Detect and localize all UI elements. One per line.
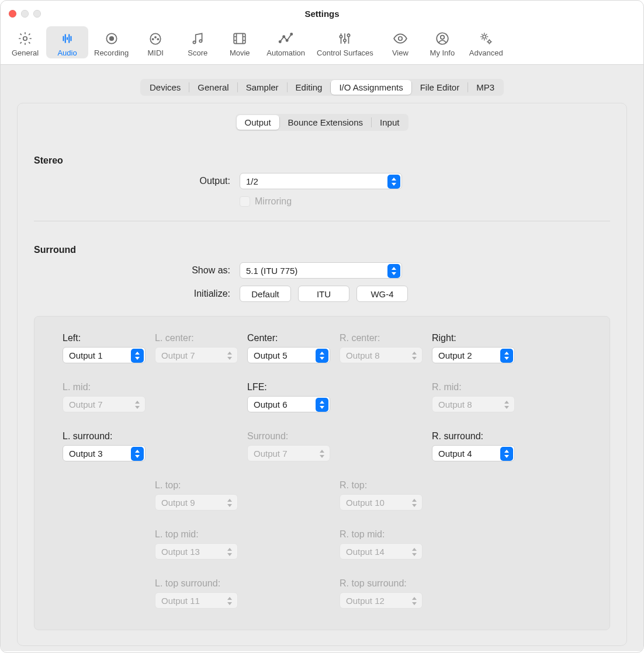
audio-tab-general[interactable]: General: [189, 80, 237, 95]
film-icon: [231, 30, 248, 47]
channel-output-popup-surround: Output 7: [247, 445, 330, 461]
channel-label: R. center:: [340, 333, 432, 343]
zoom-window-button[interactable]: [33, 10, 41, 18]
audio-tab-devices[interactable]: Devices: [141, 80, 189, 95]
toolbar-tab-advanced[interactable]: Advanced: [463, 26, 509, 58]
channel-output-value: Output 12: [340, 596, 390, 606]
minimize-window-button[interactable]: [21, 10, 29, 18]
toolbar-tab-automation[interactable]: Automation: [261, 26, 311, 58]
audio-tab-i-o-assignments[interactable]: I/O Assignments: [331, 80, 411, 95]
channel-output-popup-right[interactable]: Output 2: [432, 347, 515, 363]
eye-icon: [392, 30, 409, 47]
toolbar-tab-label: Audio: [57, 48, 77, 57]
svg-point-7: [200, 40, 202, 42]
surround-showas-row: Show as: 5.1 (ITU 775): [18, 259, 626, 282]
audio-tab-editing[interactable]: Editing: [288, 80, 331, 95]
empty-cell: [247, 480, 340, 516]
grid-gap: [155, 373, 247, 378]
window-title: Settings: [304, 9, 339, 19]
toolbar-tab-midi[interactable]: MIDI: [134, 26, 176, 58]
svg-point-14: [344, 39, 346, 41]
grid-gap: [247, 471, 340, 477]
channel-output-popup-l-mid: Output 7: [63, 396, 146, 412]
channel-output-popup-r-top-surround: Output 12: [340, 592, 423, 609]
channel-output-value: Output 6: [248, 400, 293, 409]
toolbar-tab-score[interactable]: Score: [176, 26, 219, 58]
initialize-default-button[interactable]: Default: [240, 286, 291, 302]
grid-gap: [155, 569, 247, 575]
channel-output-value: Output 7: [248, 449, 293, 459]
showas-value: 5.1 (ITU 775): [240, 266, 303, 276]
up-down-arrows-icon: [500, 398, 513, 412]
up-down-arrows-icon: [408, 349, 421, 363]
channel-cell-left: Left:Output 1: [63, 333, 155, 369]
channel-label: R. surround:: [432, 431, 524, 442]
audio-tab-sampler[interactable]: Sampler: [238, 80, 287, 95]
window-controls: [1, 10, 41, 18]
svg-point-20: [488, 40, 490, 43]
io-tab-input[interactable]: Input: [372, 115, 407, 130]
channel-output-value: Output 3: [63, 449, 109, 459]
channel-output-value: Output 2: [432, 350, 478, 360]
empty-cell: [247, 529, 340, 565]
audio-tab-file-editor[interactable]: File Editor: [412, 80, 468, 95]
up-down-arrows-icon: [500, 447, 513, 461]
channel-cell-center: Center:Output 5: [247, 333, 340, 369]
toolbar-tab-general[interactable]: General: [4, 26, 46, 58]
stereo-output-value: 1/2: [240, 176, 264, 186]
channel-output-popup-r-center: Output 8: [340, 347, 423, 363]
toolbar-tab-myinfo[interactable]: My Info: [421, 26, 463, 58]
channel-output-value: Output 11: [155, 596, 206, 606]
grid-gap: [340, 520, 432, 526]
stereo-output-popup[interactable]: 1/2: [240, 173, 402, 189]
gear-icon: [16, 30, 34, 47]
gears-icon: [477, 30, 495, 47]
channel-output-value: Output 8: [432, 400, 478, 409]
svg-point-11: [286, 40, 288, 41]
svg-point-0: [23, 37, 27, 41]
toolbar-tab-audio[interactable]: Audio: [46, 26, 88, 58]
io-tab-bounce-extensions[interactable]: Bounce Extensions: [280, 115, 371, 130]
io-assignments-card: OutputBounce ExtensionsInput Stereo Outp…: [17, 103, 627, 646]
titlebar: Settings: [1, 1, 643, 26]
showas-popup[interactable]: 5.1 (ITU 775): [240, 262, 402, 279]
grid-gap: [155, 520, 247, 526]
grid-gap: [432, 422, 524, 428]
toolbar-tab-surfaces[interactable]: Control Surfaces: [311, 26, 379, 58]
toolbar-tab-movie[interactable]: Movie: [219, 26, 261, 58]
up-down-arrows-icon: [223, 545, 236, 559]
channel-output-popup-r-top-mid: Output 14: [340, 543, 423, 560]
svg-point-6: [193, 41, 196, 43]
mirroring-label: Mirroring: [255, 196, 292, 207]
grid-gap: [63, 373, 155, 378]
audio-tab-mp3[interactable]: MP3: [468, 80, 503, 95]
channel-label: L. center:: [155, 333, 247, 343]
svg-point-18: [441, 36, 445, 40]
io-tab-output[interactable]: Output: [237, 115, 279, 130]
channel-cell-r-mid: R. mid:Output 8: [432, 382, 524, 418]
grid-gap: [247, 373, 340, 378]
channel-output-popup-lfe[interactable]: Output 6: [247, 396, 330, 412]
grid-gap: [432, 471, 524, 477]
channel-output-popup-center[interactable]: Output 5: [247, 347, 330, 363]
toolbar-tab-label: My Info: [430, 48, 455, 57]
mirroring-checkbox: Mirroring: [240, 196, 292, 207]
close-window-button[interactable]: [9, 10, 16, 18]
initialize-itu-button[interactable]: ITU: [298, 286, 349, 302]
channel-output-popup-r-surround[interactable]: Output 4: [432, 445, 515, 461]
channel-label: L. top surround:: [155, 578, 247, 589]
grid-gap: [340, 422, 432, 428]
channel-label: L. mid:: [63, 382, 155, 393]
channel-output-popup-left[interactable]: Output 1: [63, 347, 146, 363]
toolbar-tab-label: Recording: [94, 48, 129, 57]
grid-gap: [63, 569, 155, 575]
empty-cell: [247, 578, 340, 614]
toolbar-tab-view[interactable]: View: [379, 26, 421, 58]
content-area: DevicesGeneralSamplerEditingI/O Assignme…: [1, 65, 643, 651]
channel-output-popup-l-center: Output 7: [155, 347, 238, 363]
channel-label: Right:: [432, 333, 524, 343]
toolbar-tab-recording[interactable]: Recording: [88, 26, 134, 58]
channel-cell-l-top-mid: L. top mid:Output 13: [155, 529, 247, 565]
channel-output-popup-l-surround[interactable]: Output 3: [63, 445, 146, 461]
initialize-wg-4-button[interactable]: WG-4: [356, 286, 408, 302]
